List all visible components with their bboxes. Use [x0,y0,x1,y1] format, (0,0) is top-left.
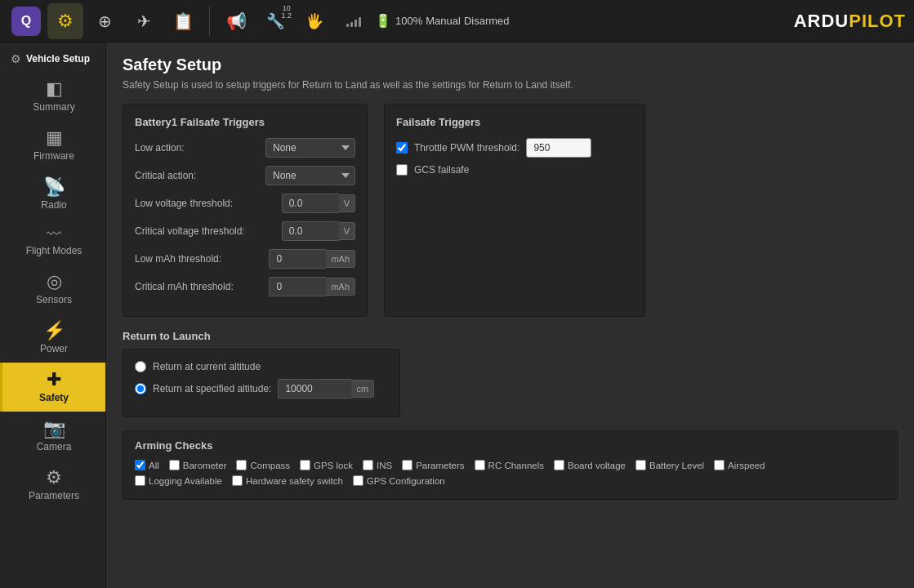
battery-status: 🔋 100% [375,13,422,29]
low-voltage-input[interactable] [282,194,339,213]
arm-indicator-button[interactable]: 🖐 [296,3,332,39]
settings-button[interactable]: ⚙ [47,3,83,39]
rtl-current-radio[interactable] [135,361,146,372]
arming-check-compass: Compass [236,460,290,470]
logo-ardu: ARDU [794,11,849,31]
rtl-section: Return at current altitude Return at spe… [123,349,400,417]
sidebar-item-flight-modes[interactable]: 〰 Flight Modes [0,219,105,265]
arming-check-label-logging-available: Logging Available [149,476,222,486]
low-mah-label: Low mAh threshold: [135,253,262,265]
plan-button[interactable]: ⊕ [87,3,123,39]
camera-icon: 📷 [43,420,65,438]
arming-check-checkbox-barometer[interactable] [169,460,180,470]
alert-button[interactable]: 📢 [218,3,254,39]
altitude-unit: cm [351,380,374,398]
vehicle-setup-label: Vehicle Setup [26,53,90,65]
gcs-failsafe-checkbox[interactable] [396,164,408,176]
low-mah-input[interactable] [269,249,326,269]
sidebar-item-sensors[interactable]: ◎ Sensors [0,265,105,314]
safety-label: Safety [39,392,69,403]
critical-mah-label: Critical mAh threshold: [135,281,262,292]
ardupilot-logo: ARDUPILOT [794,11,906,32]
sidebar-item-power[interactable]: ⚡ Power [0,314,105,363]
arm-status: Disarmed [464,15,510,27]
arming-check-battery-level: Battery Level [635,460,704,470]
arming-check-checkbox-all[interactable] [135,460,145,470]
flight-modes-icon: 〰 [47,227,61,242]
topbar-divider [209,7,210,36]
arming-check-checkbox-compass[interactable] [236,460,247,470]
rtl-specified-radio[interactable] [135,383,146,394]
arming-check-parameters: Parameters [402,460,464,470]
q-icon-button[interactable]: Q [8,3,44,39]
arming-check-checkbox-ins[interactable] [363,460,373,470]
arming-check-all: All [135,460,159,470]
low-voltage-row: Low voltage threshold: V [135,194,355,213]
power-label: Power [40,343,68,354]
sidebar-item-safety[interactable]: ✚ Safety [0,363,105,412]
arming-check-hardware-safety-switch: Hardware safety switch [232,475,343,486]
battery-percent: 100% [395,15,422,27]
signal-button[interactable] [336,3,372,39]
altitude-input[interactable] [278,379,351,399]
arming-check-label-rc-channels: RC Channels [488,461,544,470]
arming-check-logging-available: Logging Available [135,475,222,486]
critical-mah-unit: mAh [326,278,355,296]
critical-mah-row: Critical mAh threshold: mAh [135,277,355,296]
arming-check-gps-configuration: GPS Configuration [353,475,445,486]
sidebar-item-firmware[interactable]: ▦ Firmware [0,121,105,170]
sidebar-item-parameters[interactable]: ⚙ Parameters [0,461,105,510]
gear-icon: ⚙ [57,11,74,32]
arming-check-label-battery-level: Battery Level [649,461,704,470]
low-action-row: Low action: None Land RTL SmartRTL Termi… [135,138,355,158]
throttle-pwm-input[interactable] [526,138,591,158]
critical-voltage-input-group: V [282,221,355,241]
rtl-current-label: Return at current altitude [153,361,261,372]
camera-label: Camera [37,441,72,452]
low-voltage-label: Low voltage threshold: [135,198,275,209]
critical-voltage-label: Critical voltage threshold: [135,225,275,237]
arming-check-checkbox-parameters[interactable] [402,460,412,470]
sidebar-item-radio[interactable]: 📡 Radio [0,170,105,219]
arming-check-checkbox-gps-lock[interactable] [300,460,310,470]
version-badge: 10 1.2 [281,5,292,20]
arming-check-label-board-voltage: Board voltage [568,461,626,470]
arming-check-label-hardware-safety-switch: Hardware safety switch [246,476,343,486]
critical-mah-input[interactable] [269,277,326,296]
signal-icon [346,16,361,27]
low-action-select[interactable]: None Land RTL SmartRTL Terminate [265,138,355,158]
rtl-specified-label: Return at specified altitude: [153,383,271,394]
sidebar-item-summary[interactable]: ◧ Summary [0,72,105,121]
throttle-pwm-checkbox[interactable] [396,142,408,154]
gcs-failsafe-row: GCS failsafe [396,164,633,176]
throttle-pwm-label: Throttle PWM threshold: [414,142,519,154]
arming-check-checkbox-battery-level[interactable] [635,460,646,470]
radio-icon: 📡 [43,178,65,196]
critical-voltage-input[interactable] [282,221,339,241]
arming-check-checkbox-airspeed[interactable] [714,460,725,470]
fly-button[interactable]: ✈ [126,3,162,39]
sidebar-item-vehicle-setup[interactable]: ⚙ Vehicle Setup [0,46,105,72]
arming-check-checkbox-gps-configuration[interactable] [353,475,363,486]
failsafe-triggers-title: Failsafe Triggers [396,116,633,128]
q-icon: Q [11,7,41,36]
critical-action-select[interactable]: None Land RTL SmartRTL Terminate [265,166,355,185]
mode-label: Manual [426,15,461,27]
battery-icon: 🔋 [375,13,391,29]
arm-icon: 🖐 [305,12,323,30]
sensors-label: Sensors [36,294,72,305]
tools-button[interactable]: 🔧 10 1.2 [257,3,293,39]
log-button[interactable]: 📋 [165,3,201,39]
arming-check-checkbox-board-voltage[interactable] [554,460,564,470]
arming-check-checkbox-hardware-safety-switch[interactable] [232,475,243,486]
arming-check-checkbox-logging-available[interactable] [135,475,145,486]
rtl-current-row: Return at current altitude [135,361,388,372]
low-voltage-input-group: V [282,194,355,213]
critical-mah-input-group: mAh [269,277,355,296]
topbar-icons: Q ⚙ ⊕ ✈ 📋 📢 🔧 10 1.2 [8,3,794,39]
megaphone-icon: 📢 [226,11,247,31]
arming-check-checkbox-rc-channels[interactable] [475,460,485,470]
page-description: Safety Setup is used to setup triggers f… [123,79,898,91]
sidebar-item-camera[interactable]: 📷 Camera [0,412,105,461]
waypoint-icon: ⊕ [98,11,112,31]
